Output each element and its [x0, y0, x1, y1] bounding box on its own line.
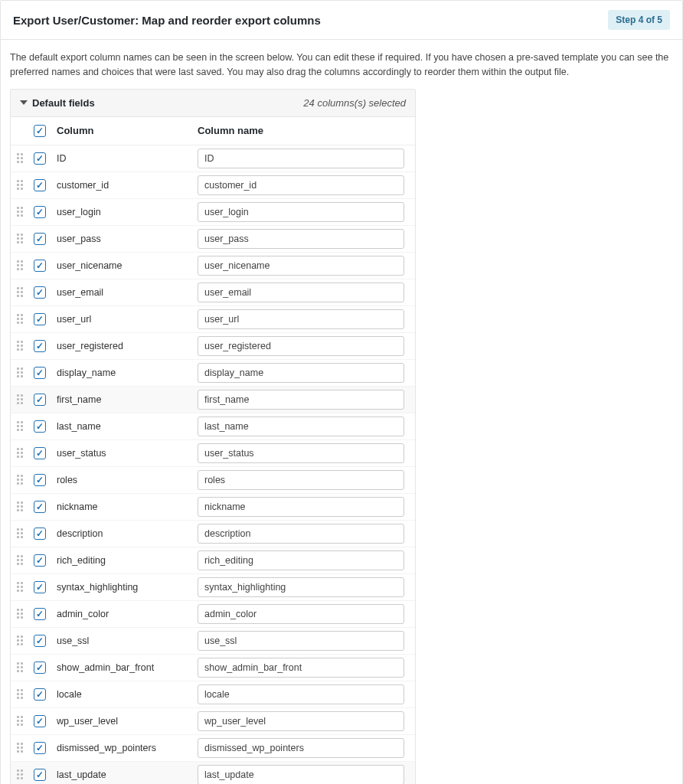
- drag-handle-icon[interactable]: [17, 662, 34, 672]
- drag-handle-icon[interactable]: [17, 501, 34, 511]
- row-checkbox-wrap: [34, 152, 54, 165]
- row-checkbox[interactable]: [34, 447, 46, 459]
- field-source-label: last_name: [54, 421, 198, 432]
- fields-section-header[interactable]: Default fields 24 columns(s) selected: [11, 90, 415, 117]
- field-name-input-wrap: [198, 577, 409, 597]
- drag-handle-icon[interactable]: [17, 448, 34, 458]
- table-row: display_name: [11, 360, 415, 387]
- field-name-input[interactable]: [198, 658, 404, 678]
- field-name-input[interactable]: [198, 283, 404, 302]
- row-checkbox[interactable]: [34, 206, 46, 218]
- drag-handle-icon[interactable]: [17, 368, 34, 377]
- field-name-input-wrap: [198, 309, 409, 329]
- field-name-input[interactable]: [198, 390, 404, 410]
- field-source-label: display_name: [54, 368, 198, 378]
- drag-handle-icon[interactable]: [17, 689, 34, 699]
- field-name-input-wrap: [198, 711, 409, 731]
- table-row: locale: [11, 681, 415, 708]
- row-checkbox[interactable]: [34, 179, 46, 191]
- drag-handle-icon[interactable]: [17, 153, 34, 163]
- drag-handle-icon[interactable]: [17, 716, 34, 726]
- row-checkbox[interactable]: [34, 420, 46, 433]
- row-checkbox[interactable]: [34, 501, 46, 513]
- row-checkbox[interactable]: [34, 367, 46, 379]
- drag-handle-icon[interactable]: [17, 394, 34, 404]
- row-checkbox-wrap: [34, 554, 54, 567]
- field-name-input[interactable]: [198, 631, 404, 651]
- row-checkbox[interactable]: [34, 581, 46, 593]
- row-checkbox[interactable]: [34, 715, 46, 727]
- field-name-input[interactable]: [198, 256, 404, 276]
- field-source-label: nickname: [54, 501, 198, 512]
- row-checkbox[interactable]: [34, 394, 46, 406]
- select-all-checkbox[interactable]: [34, 125, 46, 137]
- row-checkbox[interactable]: [34, 554, 46, 567]
- drag-handle-icon[interactable]: [17, 582, 34, 592]
- row-checkbox[interactable]: [34, 662, 46, 674]
- field-name-input[interactable]: [198, 149, 404, 168]
- drag-handle-icon[interactable]: [17, 260, 34, 270]
- row-checkbox[interactable]: [34, 313, 46, 325]
- field-name-input[interactable]: [198, 738, 404, 758]
- field-source-label: customer_id: [54, 180, 198, 191]
- row-checkbox-wrap: [34, 340, 54, 352]
- row-checkbox[interactable]: [34, 474, 46, 486]
- drag-handle-icon[interactable]: [17, 743, 34, 753]
- field-source-label: use_ssl: [54, 635, 198, 646]
- field-name-input[interactable]: [198, 229, 404, 249]
- drag-handle-icon[interactable]: [17, 287, 34, 297]
- step-indicator: Step 4 of 5: [608, 10, 670, 30]
- row-checkbox[interactable]: [34, 528, 46, 540]
- row-checkbox[interactable]: [34, 688, 46, 701]
- row-checkbox-wrap: [34, 528, 54, 540]
- row-checkbox[interactable]: [34, 286, 46, 299]
- field-name-input[interactable]: [198, 309, 404, 329]
- field-source-label: user_registered: [54, 341, 198, 351]
- field-name-input[interactable]: [198, 765, 404, 785]
- field-source-label: first_name: [54, 394, 198, 405]
- field-name-input[interactable]: [198, 524, 404, 544]
- row-checkbox[interactable]: [34, 233, 46, 245]
- row-checkbox[interactable]: [34, 260, 46, 272]
- row-checkbox[interactable]: [34, 152, 46, 165]
- row-checkbox[interactable]: [34, 742, 46, 754]
- drag-handle-icon[interactable]: [17, 609, 34, 619]
- field-name-input[interactable]: [198, 363, 404, 383]
- drag-handle-icon[interactable]: [17, 234, 34, 243]
- field-name-input[interactable]: [198, 336, 404, 356]
- drag-handle-icon[interactable]: [17, 555, 34, 565]
- fields-section-title: Default fields: [32, 97, 95, 109]
- drag-handle-icon[interactable]: [17, 635, 34, 645]
- fields-wrap: Default fields 24 columns(s) selected Co…: [1, 89, 682, 785]
- drag-handle-icon[interactable]: [17, 180, 34, 190]
- field-name-input[interactable]: [198, 550, 404, 570]
- field-name-input[interactable]: [198, 202, 404, 222]
- field-name-input[interactable]: [198, 470, 404, 490]
- drag-handle-icon[interactable]: [17, 475, 34, 485]
- field-name-input[interactable]: [198, 416, 404, 436]
- field-source-label: ID: [54, 153, 198, 164]
- table-row: syntax_highlighting: [11, 574, 415, 601]
- row-checkbox[interactable]: [34, 340, 46, 352]
- drag-handle-icon[interactable]: [17, 528, 34, 538]
- row-checkbox-wrap: [34, 501, 54, 513]
- table-row: user_registered: [11, 333, 415, 360]
- field-name-input[interactable]: [198, 711, 404, 731]
- field-name-input[interactable]: [198, 443, 404, 463]
- field-name-input[interactable]: [198, 604, 404, 624]
- drag-handle-icon[interactable]: [17, 207, 34, 217]
- row-checkbox[interactable]: [34, 608, 46, 620]
- drag-handle-icon[interactable]: [17, 769, 34, 779]
- field-name-input[interactable]: [198, 497, 404, 517]
- table-row: user_url: [11, 306, 415, 333]
- drag-handle-icon[interactable]: [17, 341, 34, 351]
- field-name-input[interactable]: [198, 577, 404, 597]
- field-name-input[interactable]: [198, 175, 404, 195]
- row-checkbox[interactable]: [34, 635, 46, 647]
- field-name-input-wrap: [198, 684, 409, 704]
- row-checkbox-wrap: [34, 742, 54, 754]
- drag-handle-icon[interactable]: [17, 314, 34, 324]
- row-checkbox[interactable]: [34, 769, 46, 781]
- drag-handle-icon[interactable]: [17, 421, 34, 431]
- field-name-input[interactable]: [198, 684, 404, 704]
